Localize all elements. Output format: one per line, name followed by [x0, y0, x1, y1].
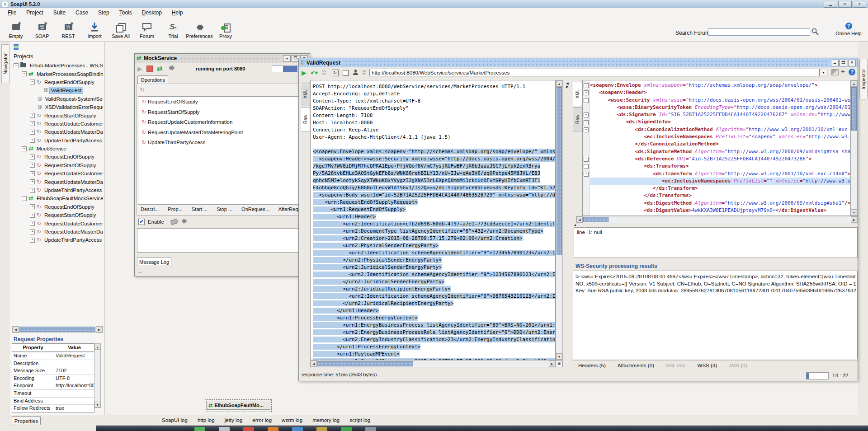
- scrollbar-thumb[interactable]: [851, 87, 857, 131]
- taskbar-app-icon[interactable]: [194, 427, 205, 431]
- taskbar-app-icon[interactable]: [219, 427, 230, 431]
- projects-root-label[interactable]: Projects: [14, 53, 33, 60]
- wss-results-box[interactable]: l> <wsu:Expires>2015-08-28T08:08:00.469Z…: [573, 271, 858, 359]
- windows-taskbar[interactable]: [96, 426, 868, 431]
- maximize-button[interactable]: ▭: [838, 1, 852, 8]
- response-hscrollbar[interactable]: ◀ ▶: [576, 216, 858, 223]
- forum-search-icon[interactable]: [811, 28, 819, 37]
- taskbar-app-icon[interactable]: [365, 427, 376, 431]
- tree-node[interactable]: −⇄MarketProcessesSoapBinding: [13, 70, 103, 78]
- log-tab-http-log[interactable]: http log: [198, 417, 215, 423]
- menu-help[interactable]: Help: [167, 9, 188, 17]
- tree-toggle-icon[interactable]: +: [30, 171, 35, 176]
- property-value-cell[interactable]: [54, 398, 94, 405]
- mock-stop-icon[interactable]: [146, 66, 153, 72]
- pane-splitter[interactable]: ◀▶: [564, 80, 571, 367]
- tree-toggle-icon[interactable]: +: [30, 138, 35, 143]
- tree-options-icon[interactable]: [14, 44, 19, 50]
- submit-request-icon[interactable]: ▶: [302, 69, 307, 76]
- endpoint-combo[interactable]: http://localhost:8080/WebService/service…: [369, 69, 820, 76]
- mockservice-titlebar[interactable]: ⇄ MockService 🗕 🗖 ✕: [135, 54, 310, 63]
- tree-toggle-icon[interactable]: −: [22, 146, 27, 151]
- mock-section-tab[interactable]: OnReques...: [239, 206, 272, 213]
- scrollbar-thumb[interactable]: [19, 327, 95, 332]
- onrequest-script-editor[interactable]: [137, 228, 307, 253]
- clear-request-icon[interactable]: [343, 70, 349, 76]
- internal-maximize-icon[interactable]: 🗖: [840, 60, 847, 66]
- tree-node[interactable]: +↻RequestUpdateCustomerInformation: [13, 120, 103, 128]
- tree-node[interactable]: +↻RequestStartOfSupply: [13, 161, 103, 169]
- online-help-button[interactable]: ? Online Help: [831, 23, 866, 36]
- forum-button[interactable]: Forum: [134, 19, 160, 40]
- mock-run-icon[interactable]: ▶: [137, 65, 142, 72]
- preferences-button[interactable]: Preferences: [186, 19, 212, 40]
- menu-project[interactable]: Project: [21, 9, 48, 17]
- mock-operation-item[interactable]: ↻RequestUpdateCustomerInformation: [138, 117, 306, 127]
- import-button[interactable]: Import: [81, 19, 108, 40]
- tree-toggle-icon[interactable]: −: [22, 196, 27, 201]
- scrollbar-thumb[interactable]: [557, 87, 562, 255]
- mock-operation-item[interactable]: ↻RequestStartOfSupply: [138, 107, 306, 117]
- inspector-tab-wss-3-[interactable]: WSS (3): [698, 363, 717, 368]
- scroll-left-icon[interactable]: ◀: [12, 326, 19, 333]
- soap-button[interactable]: SOAP✱SOAP: [29, 19, 55, 40]
- navigator-tab[interactable]: Navigator: [1, 44, 9, 83]
- response-vscrollbar[interactable]: ▲ ▼: [850, 80, 858, 216]
- popup-editor-icon[interactable]: ▣: [556, 360, 563, 367]
- request-hscrollbar[interactable]: ◀ ▶: [310, 360, 556, 367]
- trial-button[interactable]: S▸Trial: [160, 19, 186, 40]
- tree-node[interactable]: +↻UpdateThirdPartyAccess: [13, 136, 103, 145]
- fold-toggle-icon[interactable]: −: [584, 172, 589, 177]
- inspector-tab-attachments-0-[interactable]: Attachments (0): [618, 363, 654, 368]
- tree-hscrollbar[interactable]: ◀ ▶: [12, 326, 103, 333]
- tree-node[interactable]: +↻RequestUpdateMasterDataMeteringPoint: [13, 178, 103, 186]
- internal-close-icon[interactable]: ✕: [848, 60, 856, 66]
- scroll-left-icon[interactable]: ◀: [311, 361, 317, 367]
- operations-tab[interactable]: Operations: [137, 75, 168, 84]
- taskbar-app-icon[interactable]: [243, 427, 254, 431]
- tree-node[interactable]: −⇄MockService: [13, 145, 103, 153]
- view-tab-raw[interactable]: Raw: [573, 107, 582, 131]
- scrollbar-thumb[interactable]: [583, 217, 609, 222]
- scroll-down-icon[interactable]: ▼: [94, 402, 100, 408]
- close-button[interactable]: ✕: [853, 1, 866, 8]
- empty-button[interactable]: ✱Empty: [3, 19, 29, 40]
- view-tab-xml[interactable]: XML: [301, 82, 310, 106]
- tree-node[interactable]: +↻RequestUpdateMasterDataMeteringPoint: [13, 228, 103, 236]
- tree-toggle-icon[interactable]: −: [22, 71, 27, 76]
- tree-node[interactable]: SOAPXSDValidationErrorRequest: [13, 103, 103, 111]
- splitter-collapse-icons[interactable]: ◀▶: [564, 80, 571, 88]
- properties-vscrollbar[interactable]: ▲ ▼: [94, 343, 101, 408]
- property-value-cell[interactable]: true: [54, 405, 94, 412]
- credentials-icon[interactable]: [353, 69, 359, 76]
- window-titlebar[interactable]: S SoapUI 5.2.0 ▁ ▭ ✕: [0, 0, 868, 8]
- tree-toggle-icon[interactable]: +: [30, 113, 35, 118]
- log-tab-error-log[interactable]: error log: [252, 417, 272, 423]
- view-tab-raw[interactable]: Raw: [301, 107, 310, 131]
- fold-toggle-icon[interactable]: −: [584, 120, 589, 125]
- fold-toggle-icon[interactable]: −: [584, 98, 589, 103]
- inspector-tab-headers-5-[interactable]: Headers (5): [578, 363, 606, 368]
- menu-step[interactable]: Step: [93, 9, 114, 17]
- tree-node[interactable]: SOAPValidRequest-System/Securit: [13, 95, 103, 103]
- tree-node[interactable]: +↻RequestStartOfSupply: [13, 111, 103, 119]
- scroll-right-icon[interactable]: ▶: [96, 326, 103, 333]
- recreate-request-icon[interactable]: ↻: [332, 70, 339, 76]
- save-all-button[interactable]: Save All: [108, 19, 134, 40]
- mock-operation-icon[interactable]: ↻: [140, 86, 145, 93]
- submit-to-endpoint-icon[interactable]: ✔▾: [311, 70, 318, 76]
- log-tab-memory-log[interactable]: memory log: [312, 417, 340, 423]
- scroll-up-icon[interactable]: ▲: [556, 80, 562, 87]
- log-tab-soapui-log[interactable]: SoapUI log: [162, 417, 188, 423]
- tree-node[interactable]: +↻UpdateThirdPartyAccess: [13, 236, 103, 244]
- taskbar-app-icon[interactable]: [268, 427, 278, 431]
- tree-toggle-icon[interactable]: +: [30, 230, 35, 234]
- request-vscrollbar[interactable]: ▲ ▼: [556, 80, 563, 360]
- validation-error-box[interactable]: line -1: null: [574, 227, 858, 258]
- minimize-button[interactable]: ▁: [824, 1, 837, 8]
- minimized-window-frame[interactable]: ⇄ ElhubSoapFaultMo...: [205, 399, 272, 412]
- mock-operation-item[interactable]: ↻RequestUpdateMasterDataMeteringPoint: [138, 127, 306, 138]
- tree-toggle-icon[interactable]: +: [30, 204, 35, 209]
- tree-node[interactable]: +↻RequestUpdateCustomerInformation: [13, 219, 103, 227]
- fold-toggle-icon[interactable]: −: [584, 83, 589, 88]
